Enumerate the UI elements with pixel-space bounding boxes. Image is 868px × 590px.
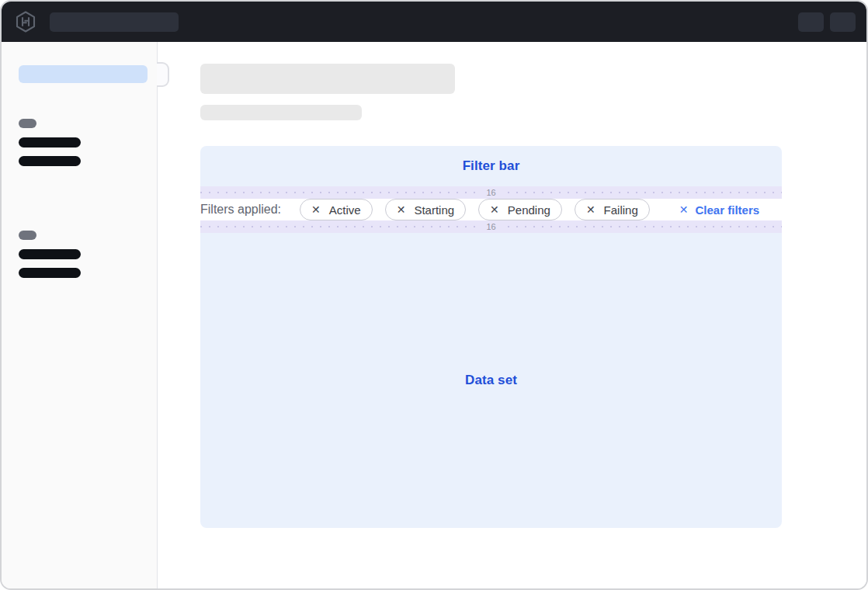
filters-applied-row: Filters applied: ✕ Active ✕ Starting ✕ P… [200, 199, 782, 220]
sidebar-toggle-handle[interactable] [157, 62, 169, 87]
remove-icon[interactable]: ✕ [490, 204, 499, 215]
sidebar-nav-item-skeleton-4[interactable] [19, 268, 81, 278]
spacing-indicator-top: 16 [200, 186, 782, 199]
filter-pill-label: Starting [414, 203, 454, 217]
filter-bar-region: Filter bar [200, 146, 782, 186]
clear-filters-button[interactable]: ✕ Clear filters [679, 203, 759, 217]
sidebar-nav-item-skeleton-1[interactable] [19, 137, 81, 148]
filter-pill-starting[interactable]: ✕ Starting [385, 199, 466, 220]
sidebar-section-label-skeleton-2 [19, 231, 36, 240]
filter-pill-label: Failing [604, 203, 638, 217]
page-title-skeleton [200, 64, 455, 94]
main-content: Filter bar 16 Filters applied: ✕ Active … [158, 42, 866, 588]
sidebar-section-label-skeleton-1 [19, 119, 36, 128]
filter-pill-label: Active [329, 203, 361, 217]
filter-pill-group: ✕ Active ✕ Starting ✕ Pending ✕ Failing [300, 199, 650, 220]
filter-pill-label: Pending [508, 203, 550, 217]
global-search-skeleton[interactable] [50, 12, 179, 32]
topbar [2, 2, 866, 42]
remove-icon[interactable]: ✕ [586, 204, 595, 215]
clear-filters-icon[interactable]: ✕ [679, 204, 689, 215]
app-window: Filter bar 16 Filters applied: ✕ Active … [0, 0, 868, 590]
filter-pill-failing[interactable]: ✕ Failing [575, 199, 650, 220]
sidebar [2, 42, 158, 588]
sidebar-nav-item-skeleton-3[interactable] [19, 249, 81, 259]
page-subtitle-skeleton [200, 105, 362, 120]
sidebar-active-item-skeleton[interactable] [19, 65, 148, 83]
sidebar-nav-item-skeleton-2[interactable] [19, 156, 81, 166]
data-set-region: Data set [200, 233, 782, 528]
topbar-action-skeleton-1[interactable] [798, 12, 824, 32]
clear-filters-label: Clear filters [696, 203, 760, 217]
spacing-indicator-bottom: 16 [200, 220, 782, 233]
spacing-value-bottom: 16 [478, 220, 503, 233]
filter-bar-label: Filter bar [463, 158, 520, 174]
filter-pill-pending[interactable]: ✕ Pending [478, 199, 562, 220]
hashicorp-logo-icon[interactable] [14, 9, 37, 34]
remove-icon[interactable]: ✕ [397, 204, 406, 215]
spacing-value-top: 16 [478, 186, 503, 199]
data-set-label: Data set [465, 373, 517, 388]
remove-icon[interactable]: ✕ [311, 204, 321, 215]
filters-applied-label: Filters applied: [200, 203, 281, 217]
topbar-action-skeleton-2[interactable] [830, 12, 856, 32]
filter-pill-active[interactable]: ✕ Active [300, 199, 373, 220]
